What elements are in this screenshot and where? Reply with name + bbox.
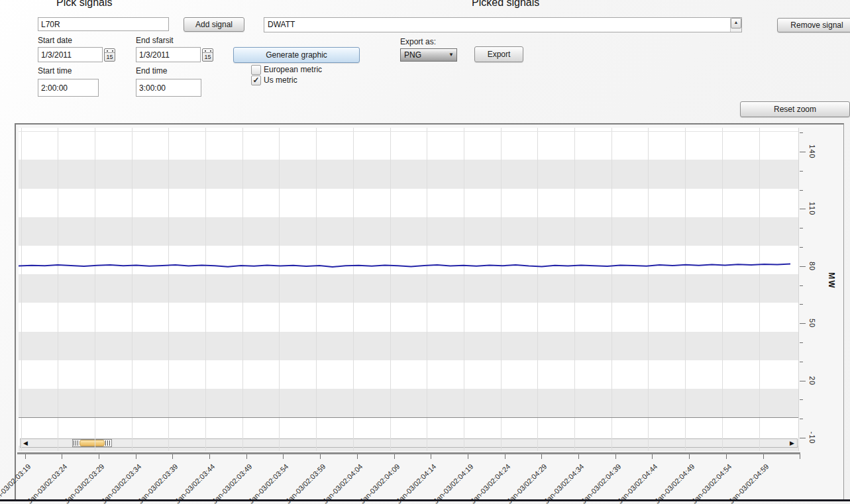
x-axis-tick <box>505 454 505 459</box>
x-axis-tick <box>172 454 173 459</box>
up-arrow-icon: ▲ <box>734 20 739 25</box>
y-axis-tick <box>800 247 803 248</box>
x-axis-tick <box>468 454 468 459</box>
us-metric-label: Us metric <box>264 76 297 85</box>
x-axis-tick <box>99 454 99 459</box>
export-format-value: PNG <box>404 50 421 60</box>
start-date-calendar-button[interactable]: 15 <box>104 48 115 62</box>
y-axis-tick <box>800 362 803 362</box>
x-axis-tick <box>394 454 395 459</box>
y-axis-tick <box>800 209 806 209</box>
y-axis-title: MW <box>827 272 836 289</box>
chevron-down-icon: ▼ <box>449 52 454 58</box>
bottom-border <box>0 499 850 501</box>
end-date-calendar-button[interactable]: 15 <box>202 48 213 62</box>
y-axis-tick <box>800 132 803 133</box>
scroll-up-button[interactable]: ▲ <box>731 18 741 28</box>
chart-widget: ◀ ▶ Jan-03/02:03:19Jan-03/02:03:24Jan-03… <box>15 123 844 499</box>
x-axis-tick <box>357 454 358 459</box>
x-axis-tick <box>615 454 616 459</box>
picked-signals-list[interactable]: DWATT ▲ <box>264 17 742 32</box>
x-axis-tick <box>689 454 690 459</box>
y-axis-label: 20 <box>808 376 816 385</box>
x-axis-line <box>17 452 800 454</box>
start-date-input[interactable] <box>38 47 103 62</box>
y-axis-tick <box>800 381 806 381</box>
calendar-day: 15 <box>203 52 213 60</box>
start-date-label: Start date <box>38 36 72 45</box>
x-axis-tick <box>763 454 764 459</box>
y-axis-label: 140 <box>808 144 816 158</box>
pick-signals-heading: Pick signals <box>56 0 112 9</box>
calendar-icon <box>107 50 108 52</box>
y-axis-tick <box>800 190 803 191</box>
european-metric-label: European metric <box>264 65 322 74</box>
end-time-input[interactable] <box>136 79 201 97</box>
x-axis-tick <box>246 454 247 459</box>
y-axis-tick <box>800 323 806 324</box>
y-axis-tick <box>800 419 803 419</box>
export-format-select[interactable]: PNG ▼ <box>400 48 457 62</box>
y-axis-tick <box>800 438 806 438</box>
end-date-input[interactable] <box>136 47 201 62</box>
start-time-label: Start time <box>38 66 72 76</box>
calendar-day: 15 <box>105 52 115 60</box>
y-axis-tick <box>800 342 803 343</box>
signal-input[interactable] <box>38 17 169 31</box>
x-axis-tick <box>726 454 727 459</box>
x-axis-tick <box>541 454 542 459</box>
x-axis-tick <box>578 454 579 459</box>
x-axis-tick <box>136 454 136 459</box>
y-axis-tick <box>800 285 803 286</box>
y-axis-tick <box>800 228 803 228</box>
reset-zoom-button[interactable]: Reset zoom <box>740 101 850 117</box>
y-axis-tick <box>800 171 803 172</box>
x-axis-tick <box>25 454 26 459</box>
x-axis-tick <box>320 454 321 459</box>
picked-signal-item[interactable]: DWATT <box>264 18 730 32</box>
start-time-input[interactable] <box>38 79 99 97</box>
picked-signals-scrollbar[interactable]: ▲ <box>730 18 741 32</box>
x-axis-tick <box>62 454 62 459</box>
export-as-label: Export as: <box>400 37 436 46</box>
european-metric-checkbox[interactable] <box>251 65 261 75</box>
x-axis-tick <box>800 454 800 459</box>
y-axis-label: 50 <box>808 319 816 328</box>
x-axis-tick <box>431 454 431 459</box>
end-date-label: End sfarsit <box>136 36 174 45</box>
us-metric-checkbox[interactable]: ✓ <box>251 76 261 85</box>
y-axis-label: 80 <box>808 262 816 271</box>
generate-graphic-button[interactable]: Generate graphic <box>233 47 360 63</box>
x-axis-tick <box>652 454 653 459</box>
picked-signals-heading: Picked signals <box>472 0 539 9</box>
end-time-label: End time <box>136 66 167 76</box>
plot-area[interactable]: ◀ ▶ <box>19 128 799 451</box>
y-axis-label: -10 <box>808 432 816 444</box>
export-button[interactable]: Export <box>474 46 523 62</box>
calendar-icon <box>205 50 206 52</box>
y-axis-label: 110 <box>808 202 816 216</box>
x-axis-tick <box>283 454 284 459</box>
y-axis-tick <box>800 304 803 305</box>
x-axis-tick <box>209 454 210 459</box>
remove-signal-button[interactable]: Remove signal <box>777 18 850 32</box>
y-axis-tick <box>800 399 803 400</box>
y-axis-tick <box>800 266 806 267</box>
add-signal-button[interactable]: Add signal <box>184 17 244 32</box>
signal-line-canvas <box>19 128 798 451</box>
y-axis-tick <box>800 152 806 152</box>
signal-line <box>19 264 790 267</box>
